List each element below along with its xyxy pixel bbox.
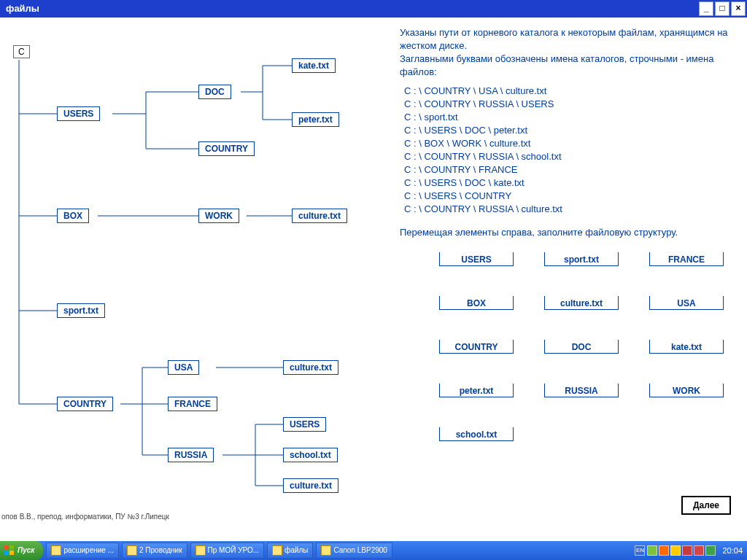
node-culture-usa[interactable]: culture.txt (283, 360, 338, 375)
paths-list: C : \ COUNTRY \ USA \ culture.txtC : \ C… (404, 85, 735, 216)
app-icon (321, 545, 331, 556)
maximize-button[interactable]: □ (715, 1, 729, 16)
svg-rect-26 (4, 545, 9, 550)
svg-rect-29 (9, 551, 14, 555)
path-line: C : \ COUNTRY \ RUSSIA \ school.txt (404, 150, 735, 163)
description-1: Указаны пути от корневого каталога к нек… (400, 26, 735, 52)
next-button[interactable]: Далее (681, 496, 731, 515)
node-sport[interactable]: sport.txt (57, 303, 105, 318)
draggable-box[interactable]: BOX (439, 296, 514, 310)
tray-icon[interactable] (705, 545, 716, 556)
taskbar-item[interactable]: файлы (267, 542, 313, 559)
taskbar-item-label: файлы (285, 543, 308, 558)
node-country[interactable]: COUNTRY (57, 397, 113, 411)
draggable-russia[interactable]: RUSSIA (544, 384, 619, 397)
taskbar-item[interactable]: 2 Проводник (122, 542, 187, 559)
taskbar-item[interactable]: расширение ... (46, 542, 119, 559)
taskbar-clock: 20:04 (722, 546, 743, 555)
description-2: Заглавными буквами обозначены имена ката… (400, 52, 735, 79)
windows-flag-icon (4, 545, 15, 556)
taskbar: Пуск расширение ...2 ПроводникПр МОЙ УРО… (0, 541, 747, 560)
node-work[interactable]: WORK (198, 209, 239, 223)
path-line: C : \ COUNTRY \ USA \ culture.txt (404, 85, 735, 98)
app-icon (196, 545, 206, 556)
draggable-katetxt[interactable]: kate.txt (649, 340, 724, 354)
path-line: C : \ BOX \ WORK \ culture.txt (404, 137, 735, 150)
window-title: файлы (6, 3, 39, 14)
taskbar-item-label: Пр МОЙ УРО... (208, 543, 260, 558)
tree-connectors (0, 18, 394, 541)
node-box[interactable]: BOX (57, 209, 89, 223)
draggable-country[interactable]: COUNTRY (439, 340, 514, 354)
taskbar-item-label: расширение ... (63, 543, 114, 558)
svg-rect-27 (9, 545, 14, 550)
node-usa[interactable]: USA (168, 360, 199, 375)
draggable-petertxt[interactable]: peter.txt (439, 384, 514, 397)
svg-rect-28 (4, 551, 9, 555)
start-label: Пуск (18, 541, 34, 560)
minimize-button[interactable]: _ (699, 1, 713, 16)
tray-icon[interactable] (659, 545, 669, 556)
tray-icon[interactable] (647, 545, 657, 556)
node-school-ru[interactable]: school.txt (283, 448, 338, 462)
node-doc[interactable]: DOC (198, 85, 231, 99)
node-country-sub[interactable]: COUNTRY (198, 141, 255, 156)
tree-root: C (13, 45, 30, 58)
draggable-work[interactable]: WORK (649, 384, 724, 397)
instruction: Перемещая элементы справа, заполните фай… (400, 226, 735, 239)
client-area: C USERS BOX sport.txt COUNTRY DOC COUNTR… (0, 18, 747, 541)
draggable-france[interactable]: FRANCE (649, 252, 724, 266)
node-culture-ru[interactable]: culture.txt (283, 478, 338, 493)
tray-icon[interactable] (694, 545, 704, 556)
lang-indicator[interactable]: EN (635, 545, 645, 556)
tray-icon[interactable] (670, 545, 681, 556)
path-line: C : \ COUNTRY \ FRANCE (404, 163, 735, 176)
draggable-users[interactable]: USERS (439, 252, 514, 266)
node-culture-box[interactable]: culture.txt (292, 209, 347, 223)
path-line: C : \ USERS \ DOC \ peter.txt (404, 124, 735, 137)
path-line: C : \ COUNTRY \ RUSSIA \ culture.txt (404, 203, 735, 216)
draggable-usa[interactable]: USA (649, 296, 724, 310)
draggable-sporttxt[interactable]: sport.txt (544, 252, 619, 266)
close-button[interactable]: × (731, 1, 746, 16)
app-icon (51, 545, 61, 556)
credit-text: опов В.В., препод. информатики, ПУ №3 г.… (1, 513, 169, 521)
draggable-doc[interactable]: DOC (544, 340, 619, 354)
taskbar-buttons: расширение ...2 ПроводникПр МОЙ УРО...фа… (43, 542, 392, 559)
draggable-culturetxt[interactable]: culture.txt (544, 296, 619, 310)
titlebar-buttons: _ □ × (699, 1, 746, 16)
path-line: C : \ sport.txt (404, 111, 735, 124)
app-icon (127, 545, 137, 556)
path-line: C : \ COUNTRY \ RUSSIA \ USERS (404, 98, 735, 111)
path-line: C : \ USERS \ DOC \ kate.txt (404, 176, 735, 190)
node-kate[interactable]: kate.txt (292, 58, 336, 73)
draggable-schooltxt[interactable]: school.txt (439, 427, 514, 441)
right-panel: Указаны пути от корневого каталога к нек… (400, 26, 735, 252)
taskbar-item-label: 2 Проводник (139, 543, 182, 558)
node-russia[interactable]: RUSSIA (168, 448, 214, 462)
node-users[interactable]: USERS (57, 106, 100, 121)
node-peter[interactable]: peter.txt (292, 112, 339, 127)
start-button[interactable]: Пуск (0, 541, 43, 560)
tray-icons (647, 545, 716, 556)
taskbar-item[interactable]: Пр МОЙ УРО... (190, 542, 265, 559)
taskbar-item[interactable]: Canon LBP2900 (316, 542, 392, 559)
tray-icon[interactable] (682, 545, 692, 556)
titlebar: файлы _ □ × (0, 0, 747, 18)
node-users-ru[interactable]: USERS (283, 417, 326, 432)
app-icon (272, 545, 282, 556)
systray: EN 20:04 (635, 545, 747, 556)
path-line: C : \ USERS \ COUNTRY (404, 190, 735, 203)
taskbar-item-label: Canon LBP2900 (333, 543, 387, 558)
node-france[interactable]: FRANCE (168, 397, 217, 411)
tree-diagram: C USERS BOX sport.txt COUNTRY DOC COUNTR… (0, 18, 394, 541)
